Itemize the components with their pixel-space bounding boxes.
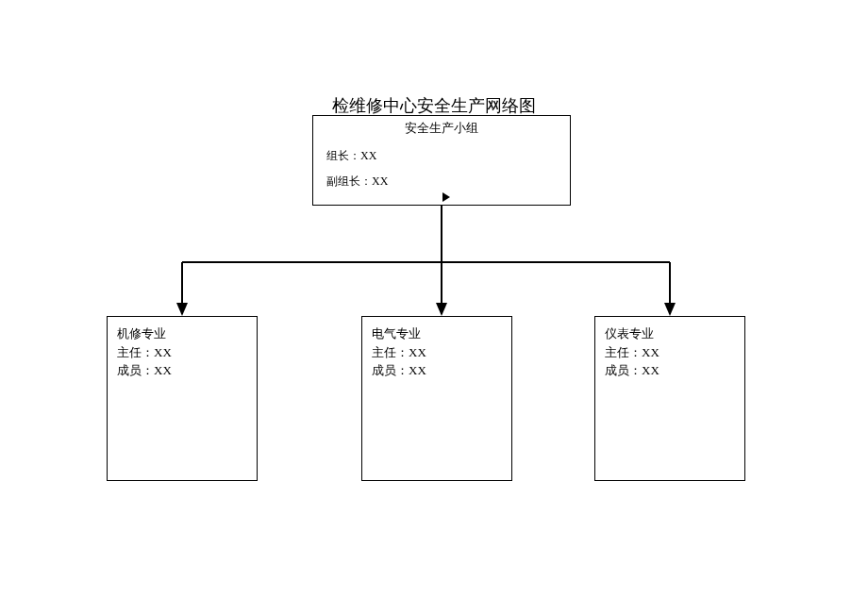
member-value: XX [409, 363, 426, 377]
child-name: 电气专业 [372, 324, 502, 343]
director-label: 主任： [605, 345, 642, 359]
director-label: 主任： [372, 345, 409, 359]
child-member: 成员：XX [372, 361, 502, 380]
diagram-title: 检维修中心安全生产网络图 [0, 94, 868, 117]
connector-lines [0, 0, 868, 614]
leader-label: 组长： [326, 149, 360, 162]
member-value: XX [154, 363, 172, 377]
child-name: 机修专业 [117, 324, 247, 343]
director-value: XX [409, 345, 426, 359]
top-group-box: 安全生产小组 组长：XX 副组长：XX [312, 115, 571, 206]
child-member: 成员：XX [117, 361, 247, 380]
director-value: XX [642, 345, 659, 359]
child-director: 主任：XX [117, 343, 247, 362]
top-group-leader: 组长：XX [313, 148, 570, 164]
deputy-value: XX [372, 174, 388, 188]
member-label: 成员： [605, 363, 642, 377]
child-box-electrical: 电气专业 主任：XX 成员：XX [361, 316, 512, 481]
top-group-deputy: 副组长：XX [313, 174, 570, 190]
leader-value: XX [360, 149, 376, 162]
deputy-label: 副组长： [326, 174, 372, 188]
child-box-instrument: 仪表专业 主任：XX 成员：XX [594, 316, 745, 481]
triangle-icon [442, 192, 450, 202]
child-member: 成员：XX [605, 361, 735, 380]
child-name: 仪表专业 [605, 324, 735, 343]
member-label: 成员： [372, 363, 409, 377]
member-value: XX [642, 363, 659, 377]
director-label: 主任： [117, 345, 154, 359]
child-director: 主任：XX [372, 343, 502, 362]
top-group-header: 安全生产小组 [313, 120, 570, 137]
child-director: 主任：XX [605, 343, 735, 362]
director-value: XX [154, 345, 172, 359]
child-box-mechanical: 机修专业 主任：XX 成员：XX [107, 316, 258, 481]
member-label: 成员： [117, 363, 154, 377]
